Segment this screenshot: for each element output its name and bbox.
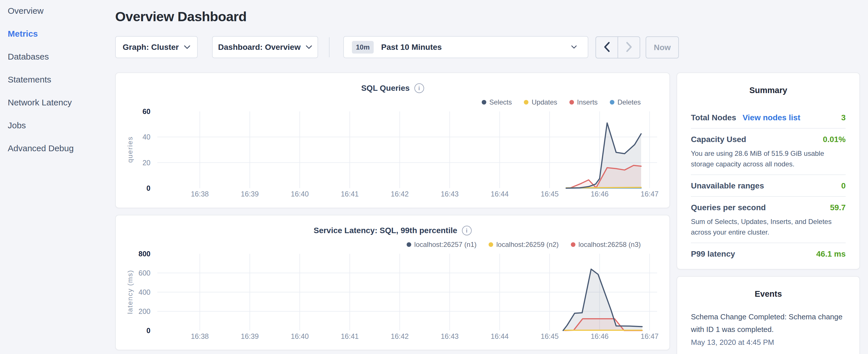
sql-queries-chart-card: SQL Queries i SelectsUpdatesInsertsDelet… — [115, 72, 670, 208]
sidebar-item-jobs[interactable]: Jobs — [8, 120, 105, 131]
time-range-badge: 10m — [352, 41, 374, 54]
summary-row-qps: Queries per second 59.7 — [691, 197, 846, 218]
chevron-right-icon — [626, 41, 632, 54]
qps-description: Sum of Selects, Updates, Inserts, and De… — [691, 216, 846, 237]
summary-title: Summary — [677, 86, 859, 95]
chart-canvas[interactable] — [116, 215, 669, 333]
y-axis-tick: 20 — [122, 158, 150, 167]
service-latency-chart-card: Service Latency: SQL, 99th percentile i … — [115, 215, 670, 350]
sidebar-item-advanced-debug[interactable]: Advanced Debug — [8, 143, 105, 154]
toolbar-divider — [329, 37, 330, 57]
summary-row-capacity: Capacity Used 0.01% — [691, 129, 846, 150]
x-axis-tick: 16:42 — [380, 190, 420, 198]
x-axis-tick: 16:38 — [180, 332, 220, 341]
capacity-used-value: 0.01% — [823, 135, 846, 144]
y-axis-tick: 800 — [122, 249, 150, 258]
graph-scope-label: Graph: Cluster — [123, 43, 179, 52]
x-axis-tick: 16:45 — [530, 332, 570, 341]
graph-scope-dropdown[interactable]: Graph: Cluster — [115, 36, 198, 58]
x-axis-tick: 16:45 — [530, 190, 570, 198]
page-title: Overview Dashboard — [115, 9, 247, 24]
time-range-dropdown[interactable]: 10m Past 10 Minutes — [343, 36, 588, 58]
summary-row-total-nodes: Total Nodes View nodes list 3 — [691, 107, 846, 128]
event-timestamp: May 13, 2020 at 4:45 PM — [691, 338, 846, 347]
events-title: Events — [677, 289, 859, 299]
x-axis-tick: 16:40 — [280, 332, 320, 341]
chevron-left-icon — [603, 41, 610, 54]
x-axis-tick: 16:44 — [480, 190, 520, 198]
x-axis-tick: 16:46 — [580, 190, 620, 198]
summary-row-unavailable-ranges: Unavailable ranges 0 — [691, 175, 846, 196]
dashboard-dropdown[interactable]: Dashboard: Overview — [212, 36, 318, 58]
y-axis-tick: 40 — [122, 132, 150, 141]
time-prev-button[interactable] — [596, 37, 618, 58]
p99-latency-value: 46.1 ms — [816, 250, 846, 259]
sidebar-item-statements[interactable]: Statements — [8, 74, 105, 85]
x-axis-tick: 16:42 — [380, 332, 420, 341]
p99-latency-label: P99 latency — [691, 250, 735, 259]
y-axis-tick: 0 — [122, 184, 150, 193]
x-axis-tick: 16:46 — [580, 332, 620, 341]
time-range-label: Past 10 Minutes — [381, 43, 442, 52]
x-axis-tick: 16:47 — [629, 332, 670, 341]
x-axis-tick: 16:40 — [280, 190, 320, 198]
x-axis-tick: 16:41 — [330, 190, 370, 198]
sidebar-item-metrics[interactable]: Metrics — [8, 29, 105, 39]
x-axis-tick: 16:43 — [430, 190, 470, 198]
time-next-button — [618, 37, 640, 58]
capacity-used-label: Capacity Used — [691, 135, 746, 144]
y-axis-tick: 60 — [122, 107, 150, 116]
x-axis-tick: 16:41 — [330, 332, 370, 341]
capacity-used-description: You are using 28.6 MiB of 515.9 GiB usab… — [691, 148, 846, 169]
event-list-item: Schema Change Completed: Schema change w… — [691, 311, 846, 347]
x-axis-tick: 16:47 — [629, 190, 670, 198]
unavailable-ranges-value: 0 — [841, 181, 846, 190]
summary-row-p99: P99 latency 46.1 ms — [691, 243, 846, 264]
dashboard-label: Dashboard: Overview — [218, 43, 301, 52]
total-nodes-value: 3 — [841, 113, 846, 122]
sidebar-item-databases[interactable]: Databases — [8, 52, 105, 62]
chevron-down-icon — [306, 45, 312, 49]
event-text: Schema Change Completed: Schema change w… — [691, 311, 846, 336]
app-root: { "sidebar": { "items": [ { "label": "Ov… — [0, 0, 868, 354]
chevron-down-icon — [184, 45, 190, 49]
x-axis-tick: 16:44 — [480, 332, 520, 341]
summary-panel: Summary Total Nodes View nodes list 3 Ca… — [677, 72, 860, 269]
view-nodes-list-link[interactable]: View nodes list — [743, 113, 800, 122]
chevron-down-icon — [571, 45, 577, 49]
x-axis-tick: 16:39 — [230, 190, 270, 198]
unavailable-ranges-label: Unavailable ranges — [691, 181, 764, 190]
sidebar-item-network-latency[interactable]: Network Latency — [8, 97, 105, 108]
qps-value: 59.7 — [830, 203, 846, 212]
events-panel: Events Schema Change Completed: Schema c… — [677, 276, 860, 354]
chart-canvas[interactable] — [116, 73, 669, 190]
y-axis-tick: 600 — [122, 268, 150, 278]
total-nodes-label: Total Nodes — [691, 113, 736, 122]
y-axis-tick: 400 — [122, 288, 150, 297]
now-button-label: Now — [654, 43, 671, 52]
x-axis-tick: 16:39 — [230, 332, 270, 341]
sidebar-item-overview[interactable]: Overview — [8, 6, 105, 16]
qps-label: Queries per second — [691, 203, 766, 212]
x-axis-tick: 16:43 — [430, 332, 470, 341]
y-axis-tick: 0 — [122, 326, 150, 335]
time-pager — [595, 36, 640, 58]
y-axis-tick: 200 — [122, 307, 150, 316]
x-axis-tick: 16:38 — [180, 190, 220, 198]
sidebar-nav: Overview Metrics Databases Statements Ne… — [8, 6, 105, 166]
now-button: Now — [646, 36, 679, 58]
